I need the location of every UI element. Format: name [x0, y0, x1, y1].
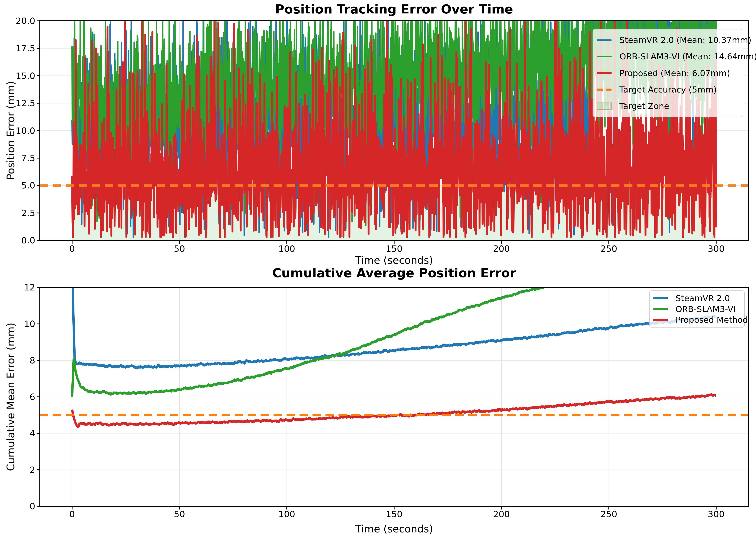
legend-line-swatch-icon: [653, 308, 668, 310]
x-tick-label: 250: [600, 243, 618, 254]
bottom-chart-legend: SteamVR 2.0ORB-SLAM3-VIProposed Method: [649, 291, 745, 328]
legend-entry-label: ORB-SLAM3-VI (Mean: 14.64mm): [620, 52, 756, 61]
y-tick-label: 8: [30, 355, 35, 365]
top-chart-title: Position Tracking Error Over Time: [275, 2, 513, 17]
legend-dashed-line-swatch-icon: [597, 88, 612, 91]
legend-entry: SteamVR 2.0 (Mean: 10.37mm): [597, 32, 739, 48]
legend-entry: ORB-SLAM3-VI: [653, 304, 741, 314]
legend-entry: ORB-SLAM3-VI (Mean: 14.64mm): [597, 48, 739, 65]
y-tick-label: 12.5: [16, 98, 35, 108]
y-tick-label: 7.5: [21, 153, 35, 163]
x-tick-label: 0: [69, 243, 75, 254]
top-chart-y-axis-label: Position Error (mm): [5, 81, 17, 180]
x-tick-label: 200: [493, 243, 510, 254]
y-tick-label: 12: [24, 282, 35, 293]
legend-line-swatch-icon: [597, 39, 612, 41]
legend-entry-label: Proposed Method: [675, 315, 748, 325]
legend-patch-swatch-icon: [597, 102, 612, 110]
x-tick-label: 100: [278, 243, 296, 254]
y-tick-label: 15.0: [16, 71, 35, 81]
top-chart-x-axis-label: Time (seconds): [355, 254, 433, 266]
x-tick-label: 300: [708, 509, 725, 519]
legend-entry-label: Target Accuracy (5mm): [620, 85, 717, 94]
x-tick-label: 150: [386, 509, 403, 519]
x-tick-label: 300: [708, 243, 725, 254]
y-tick-label: 10.0: [16, 126, 35, 136]
y-tick-label: 0.0: [21, 235, 35, 245]
bottom-chart-title: Cumulative Average Position Error: [272, 266, 516, 280]
legend-entry: Proposed Method: [653, 314, 741, 325]
x-tick-label: 150: [386, 243, 403, 254]
y-tick-label: 6: [30, 392, 35, 402]
figure: Position Tracking Error Over Time Positi…: [0, 0, 756, 538]
x-tick-label: 200: [493, 509, 510, 519]
legend-entry: Proposed (Mean: 6.07mm): [597, 65, 739, 81]
legend-entry-label: ORB-SLAM3-VI: [675, 304, 736, 314]
legend-line-swatch-icon: [653, 319, 668, 321]
legend-entry: Target Accuracy (5mm): [597, 81, 739, 98]
y-tick-label: 2.5: [21, 208, 35, 218]
x-tick-label: 0: [69, 509, 75, 519]
legend-entry: SteamVR 2.0: [653, 293, 741, 304]
y-tick-label: 10: [24, 319, 35, 329]
y-tick-label: 4: [30, 428, 35, 438]
bottom-chart-y-axis-label: Cumulative Mean Error (mm): [5, 323, 17, 471]
x-tick-label: 50: [174, 243, 185, 254]
legend-line-swatch-icon: [597, 56, 612, 57]
bottom-chart-x-axis-label: Time (seconds): [355, 523, 433, 535]
y-tick-label: 0: [30, 501, 35, 511]
y-tick-label: 5.0: [21, 180, 35, 190]
x-tick-label: 100: [278, 509, 296, 519]
legend-entry: Target Zone: [597, 98, 739, 114]
x-tick-label: 250: [600, 509, 618, 519]
top-chart-legend: SteamVR 2.0 (Mean: 10.37mm)ORB-SLAM3-VI …: [593, 29, 743, 117]
legend-entry-label: Target Zone: [620, 101, 669, 111]
legend-entry-label: Proposed (Mean: 6.07mm): [620, 68, 730, 78]
y-tick-label: 17.5: [16, 43, 35, 53]
y-tick-label: 2: [30, 465, 35, 475]
legend-entry-label: SteamVR 2.0: [675, 294, 730, 303]
y-tick-label: 20.0: [16, 16, 35, 26]
legend-line-swatch-icon: [653, 297, 668, 299]
x-tick-label: 50: [174, 509, 185, 519]
legend-line-swatch-icon: [597, 72, 612, 74]
legend-entry-label: SteamVR 2.0 (Mean: 10.37mm): [620, 35, 751, 45]
